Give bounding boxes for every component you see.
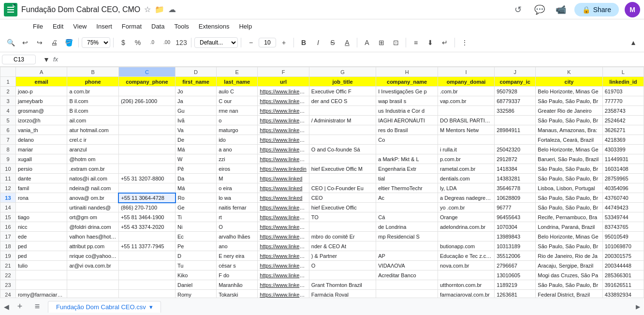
cell[interactable]: Cá: [376, 212, 438, 222]
align-button[interactable]: ≡: [409, 36, 423, 49]
cell[interactable]: [15, 280, 67, 290]
cell[interactable]: Greater Rio de Janeiro: [536, 106, 602, 116]
cell[interactable]: [376, 145, 438, 154]
cell[interactable]: Acreditar Banco: [376, 270, 438, 280]
cell[interactable]: wap brasil s: [376, 96, 438, 106]
cell[interactable]: a Degreas nadegreas.com: [438, 193, 495, 203]
cell[interactable]: https://www.linkedin.c: [258, 116, 309, 125]
bold-button[interactable]: B: [297, 36, 310, 49]
cell[interactable]: 1189219: [495, 280, 536, 290]
cell[interactable]: valhon haes@hotmail.com: [67, 232, 118, 241]
cell[interactable]: i rulla.it: [438, 145, 495, 154]
cell[interactable]: [438, 232, 495, 241]
menu-help[interactable]: Help: [235, 22, 256, 31]
cell[interactable]: [15, 270, 67, 280]
cell[interactable]: 2912872: [495, 154, 536, 164]
cell[interactable]: Tokarski: [217, 290, 258, 298]
cell[interactable]: joao-p: [15, 87, 67, 96]
cell[interactable]: césar s: [217, 261, 258, 270]
cell[interactable]: https://www.linkedin.: [258, 203, 309, 212]
cell[interactable]: https://www.linkedin.: [258, 212, 309, 222]
cell[interactable]: 9507928: [495, 87, 536, 96]
cell[interactable]: Maranhão: [217, 280, 258, 290]
cell[interactable]: maturgo: [217, 125, 258, 135]
cell[interactable]: nder & CEO At: [309, 241, 376, 251]
cell[interactable]: mp Residencial S: [376, 232, 438, 241]
cell[interactable]: +55 43 3374-2020: [118, 222, 175, 232]
cell[interactable]: dante: [15, 174, 67, 183]
cell[interactable]: Ac: [376, 193, 438, 203]
cell[interactable]: https://www.linkedin.: [258, 251, 309, 261]
sheet-menu-button[interactable]: ≡: [30, 300, 44, 314]
cell[interactable]: 777770: [602, 96, 644, 106]
cell[interactable]: 1263681: [495, 290, 536, 298]
cell[interactable]: farmaciaroval.com.br: [438, 290, 495, 298]
cell[interactable]: us Industria e Cor d: [376, 106, 438, 116]
cell[interactable]: Va: [176, 125, 217, 135]
cell[interactable]: [309, 106, 376, 116]
cell[interactable]: Da: [176, 174, 217, 183]
cell[interactable]: São Paulo, São Paulo, Br: [536, 193, 602, 203]
cell[interactable]: [118, 251, 175, 261]
zoom-select[interactable]: 75%: [82, 37, 110, 48]
col-header-G[interactable]: G: [309, 67, 376, 77]
cell[interactable]: [118, 135, 175, 145]
cell[interactable]: Ti: [176, 212, 217, 222]
cell[interactable]: Jo: [176, 87, 217, 96]
currency-button[interactable]: $: [117, 36, 130, 49]
cell[interactable]: O: [217, 222, 258, 232]
cell[interactable]: ar@vi ova.com.br: [67, 261, 118, 270]
menu-insert[interactable]: Insert: [92, 22, 116, 31]
star-icon[interactable]: ☆: [144, 5, 151, 14]
cell[interactable]: @hotm om: [67, 154, 118, 164]
cell[interactable]: [118, 261, 175, 270]
cell[interactable]: hief Executive Offic: [309, 203, 376, 212]
cell[interactable]: Aracaju, Sergipe, Brazil: [536, 261, 602, 270]
cell[interactable]: (866) 270-7100: [118, 203, 175, 212]
col-header-J[interactable]: J: [495, 67, 536, 77]
cell[interactable]: W: [176, 154, 217, 164]
comment-icon[interactable]: 💬: [532, 2, 547, 17]
cell[interactable]: aulo C: [217, 87, 258, 96]
cell[interactable]: São Paulo, São Paulo, Br: [536, 96, 602, 106]
cell[interactable]: 43760740: [602, 193, 644, 203]
cell[interactable]: [118, 154, 175, 164]
cell[interactable]: ly, LDA: [438, 183, 495, 193]
cell[interactable]: CEO: [309, 193, 376, 203]
cell[interactable]: Kiko: [176, 270, 217, 280]
decrease-font-button[interactable]: −: [244, 36, 258, 49]
cell[interactable]: o eira: [217, 183, 258, 193]
cell-ref-input[interactable]: C13: [2, 55, 36, 64]
cell[interactable]: Grant Thornton Brazil: [309, 280, 376, 290]
cell[interactable]: [15, 203, 67, 212]
cell[interactable]: Belo Horizonte, Minas Ge: [536, 87, 602, 96]
cell[interactable]: 96777: [495, 203, 536, 212]
cell[interactable]: 83743765: [602, 222, 644, 232]
cell[interactable]: Ge: [176, 203, 217, 212]
wrap-button[interactable]: ↵: [438, 36, 452, 49]
cell[interactable]: Daniel: [176, 280, 217, 290]
cell[interactable]: 332586: [495, 106, 536, 116]
cell[interactable]: Barueri, São Paulo, Brazil: [536, 154, 602, 164]
cell[interactable]: urtinaiti nandes@: [67, 203, 118, 212]
cell[interactable]: Ivã: [176, 116, 217, 125]
cell[interactable]: romy@farmaciaroval.com.br: [15, 290, 67, 298]
cell[interactable]: [438, 106, 495, 116]
cell[interactable]: 96455643: [495, 212, 536, 222]
search-button[interactable]: 🔍: [4, 36, 17, 49]
cell[interactable]: vap.com.br: [438, 96, 495, 106]
cell[interactable]: 35646778: [495, 183, 536, 193]
italic-button[interactable]: I: [311, 36, 325, 49]
cell[interactable]: https://www.linkedin.: [258, 145, 309, 154]
cell-C13-selected[interactable]: +55 11 3064-4728: [118, 193, 175, 203]
col-header-I[interactable]: I: [438, 67, 495, 77]
cell[interactable]: (206) 266-1000: [118, 96, 175, 106]
col-header-K[interactable]: K: [536, 67, 602, 77]
cell[interactable]: O and Co-founde Sá: [309, 145, 376, 154]
cell[interactable]: 16031408: [602, 164, 644, 174]
cell[interactable]: .com.br: [438, 87, 495, 96]
scroll-right-icon[interactable]: ▶: [636, 303, 640, 310]
cell[interactable]: attribut pp.com: [67, 241, 118, 251]
cell[interactable]: 1418384: [495, 164, 536, 174]
cell[interactable]: ped: [15, 241, 67, 251]
